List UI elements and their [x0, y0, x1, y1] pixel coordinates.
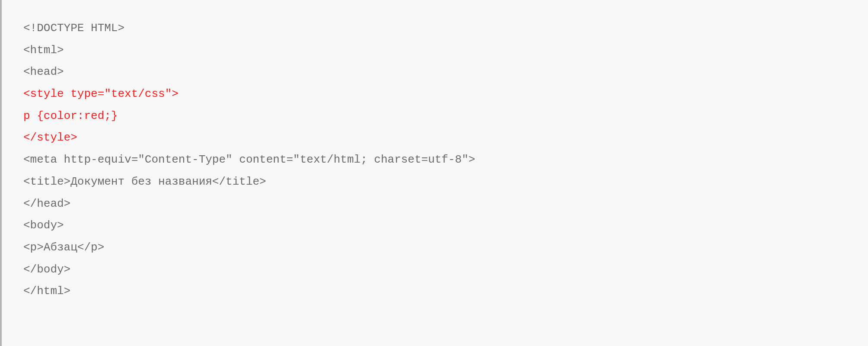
- code-content: <!DOCTYPE HTML> <html> <head> <style typ…: [23, 17, 851, 302]
- code-line: <title>Документ без названия</title>: [23, 175, 266, 188]
- code-line: <style type="text/css">: [23, 87, 179, 100]
- code-line: </style>: [23, 131, 77, 144]
- code-line: <html>: [23, 44, 64, 57]
- code-line: </head>: [23, 197, 70, 210]
- code-line: p {color:red;}: [23, 109, 118, 122]
- code-line: </html>: [23, 285, 70, 298]
- code-line: <p>Абзац</p>: [23, 241, 104, 254]
- code-line: </body>: [23, 263, 70, 276]
- code-line: <head>: [23, 65, 64, 78]
- code-line: <!DOCTYPE HTML>: [23, 22, 124, 35]
- code-line: <body>: [23, 219, 64, 232]
- code-block: <!DOCTYPE HTML> <html> <head> <style typ…: [0, 0, 868, 346]
- code-line: <meta http-equiv="Content-Type" content=…: [23, 153, 475, 166]
